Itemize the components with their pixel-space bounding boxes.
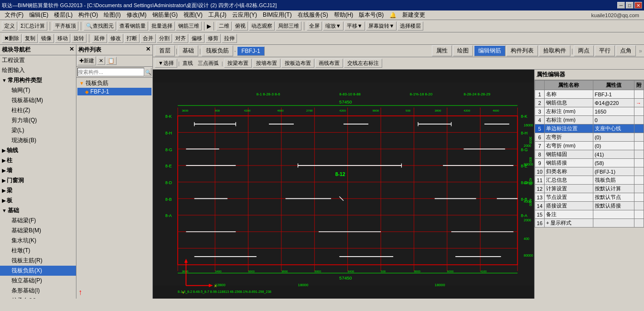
fullscreen-button[interactable]: 全屏 — [307, 21, 322, 31]
nav-beam-sec[interactable]: ▶梁 — [0, 186, 76, 196]
subtab-edit-rebar[interactable]: 编辑钢筋 — [474, 45, 505, 56]
nav-axis[interactable]: ▶轴线 — [0, 145, 76, 156]
calc-sum-button[interactable]: Σ汇总计算 — [18, 21, 47, 31]
split-button[interactable]: 分割 — [157, 34, 172, 43]
move-button[interactable]: 移动 — [55, 34, 70, 43]
mirror-button[interactable]: 镜像 — [39, 34, 54, 43]
menu-component[interactable]: 构件(O) — [75, 11, 101, 19]
close-button[interactable]: ✕ — [634, 2, 642, 9]
cad-canvas-area[interactable]: 57450 3600 800 4200 4600 2700 4200 9900 … — [153, 70, 534, 299]
tab-first-floor[interactable]: 首层 — [155, 45, 175, 56]
copy-button[interactable]: 复制 — [22, 34, 38, 43]
comp-item-fbfj1[interactable]: ◆ FBFJ-1 — [77, 88, 151, 95]
new-component-button[interactable]: ✚新建 — [77, 56, 96, 65]
nav-board-sec[interactable]: ▶板 — [0, 196, 76, 206]
nav-project-settings[interactable]: 工程设置 — [0, 55, 76, 65]
nav-shear-wall[interactable]: 剪力墙(Q) — [0, 115, 76, 125]
component-search-button[interactable]: 🔍 — [144, 68, 151, 76]
2d-button[interactable]: 二维 — [216, 21, 232, 31]
tab-raft-neg[interactable]: 筏板负筋 — [202, 45, 233, 56]
stretch-button[interactable]: 拉伸 — [222, 34, 237, 43]
nav-slab[interactable]: 现浇板(B) — [0, 135, 76, 145]
select-mode-button[interactable]: ▼选择 — [155, 59, 177, 68]
break-button[interactable]: 打断 — [124, 34, 140, 43]
trim-button[interactable]: 修剪 — [205, 34, 221, 43]
trim-mod-button[interactable]: 修改 — [108, 34, 123, 43]
nav-strip-foundation[interactable]: 条形基础(I) — [0, 286, 76, 296]
act-straight-line[interactable]: 直线 — [182, 60, 193, 67]
subtab-comp-list[interactable]: 构件列表 — [506, 45, 538, 56]
nav-axis-net[interactable]: 轴网(T) — [0, 85, 76, 95]
nav-raft-main-rebar[interactable]: 筏板主筋(R) — [0, 256, 76, 266]
menu-new-change-label[interactable]: 新建变更 — [399, 11, 428, 19]
subtab-angle[interactable]: 点角 — [616, 45, 636, 56]
nav-found-beam-b[interactable]: 基础梁B(M) — [0, 226, 76, 236]
nav-beam[interactable]: 梁(L) — [0, 125, 76, 135]
view-rebar-button[interactable]: 查看钢筋量 — [117, 21, 148, 31]
rotate-button[interactable]: 旋转 — [71, 34, 86, 43]
menu-tools[interactable]: 工具(J) — [205, 11, 229, 19]
copy-component-button[interactable]: 📋 — [106, 57, 117, 65]
nav-column-sec[interactable]: ▶柱 — [0, 156, 76, 166]
local-3d-button[interactable]: 局部三维 — [276, 21, 301, 31]
nav-window-sec[interactable]: ▶门窗洞 — [0, 176, 76, 186]
menu-cloud[interactable]: 云应用(Y) — [229, 11, 260, 19]
extend-button[interactable]: 延伸 — [92, 34, 107, 43]
by-beam-button[interactable]: 按梁布置 — [224, 59, 252, 68]
comp-parent-raft-neg[interactable]: ▼ 筏板负筋 — [77, 79, 151, 88]
component-search-input[interactable] — [77, 68, 144, 76]
by-wall-button[interactable]: 按墙布置 — [253, 59, 280, 68]
nav-iso-foundation[interactable]: 独立基础(P) — [0, 276, 76, 286]
merge-button[interactable]: 合并 — [140, 34, 156, 43]
top-view-button[interactable]: 俯视 — [233, 21, 248, 31]
act-arc[interactable]: 三点画弧 — [198, 60, 219, 67]
subtab-property[interactable]: 属性 — [432, 45, 452, 56]
pan-button[interactable]: 平移▼ — [344, 21, 365, 31]
menu-online[interactable]: 在线服务(S) — [295, 11, 331, 19]
zoom-button[interactable]: 缩放▼ — [323, 21, 343, 31]
draw-line-button[interactable]: 画线布置 — [315, 59, 343, 68]
screen-rotate-button[interactable]: 屏幕旋转▼ — [366, 21, 397, 31]
align-button[interactable]: 对齐 — [173, 34, 188, 43]
menu-edit[interactable]: 编辑(E) — [26, 11, 51, 19]
nav-found-beam[interactable]: 基础梁(F) — [0, 216, 76, 226]
nav-wall-sec[interactable]: ▶墙 — [0, 166, 76, 176]
menu-view[interactable]: 视图(V) — [181, 11, 205, 19]
batch-select-button[interactable]: 批量选择 — [149, 21, 175, 31]
menu-bim[interactable]: BIM应用(T) — [260, 11, 295, 19]
menu-rebar-qty[interactable]: 钢筋量(G) — [150, 11, 181, 19]
prop-row-16[interactable]: 16+ 显示样式 — [535, 219, 644, 228]
nav-pile-cap[interactable]: 桩承台(V) — [0, 296, 76, 299]
nav-raft-neg-rebar[interactable]: 筏板负筋(X) — [0, 266, 76, 276]
menu-draw[interactable]: 绘图(I) — [101, 11, 123, 19]
component-list-close[interactable]: ✕ — [146, 46, 150, 54]
nav-raft-foundation[interactable]: 筏板基础(M) — [0, 95, 76, 105]
nav-draw-input[interactable]: 绘图输入 — [0, 65, 76, 75]
tab-fbfj1[interactable]: FBFJ-1 — [237, 46, 264, 56]
nav-common-types[interactable]: ▼常用构件类型 — [0, 75, 76, 85]
menu-version[interactable]: 版本号(B) — [356, 11, 386, 19]
menu-new-change[interactable]: 🔔 — [386, 12, 399, 19]
nav-sump[interactable]: 集水坑(K) — [0, 236, 76, 246]
maximize-button[interactable]: □ — [626, 2, 633, 9]
subtab-parallel[interactable]: 平行 — [595, 45, 615, 56]
rebar-3d-button[interactable]: 钢筋三维 — [176, 21, 202, 31]
dynamic-obs-button[interactable]: 动态观察 — [249, 21, 275, 31]
by-board-edge-button[interactable]: 按板边布置 — [281, 59, 314, 68]
level-top-button[interactable]: 平齐板顶 — [53, 21, 78, 31]
subtab-draw[interactable]: 绘图 — [453, 45, 473, 56]
define-button[interactable]: 定义 — [2, 21, 17, 31]
find-element-button[interactable]: 🔍查找图元 — [84, 21, 116, 31]
nav-foundation-sec[interactable]: ▼基础 — [0, 206, 76, 216]
select-floor-button[interactable]: 选择楼层 — [397, 21, 423, 31]
minimize-button[interactable]: ─ — [617, 2, 625, 9]
cross-line-button[interactable]: 交线左右标注 — [344, 59, 382, 68]
subtab-two-points[interactable]: 两点 — [574, 45, 594, 56]
subtab-pick-comp[interactable]: 拾取构件 — [539, 45, 570, 56]
nav-column[interactable]: 柱柱(Z) — [0, 105, 76, 115]
delete-button[interactable]: ✖删除 — [2, 34, 21, 43]
tab-foundation[interactable]: 基础 — [178, 45, 198, 56]
menu-modify[interactable]: 修改(M) — [124, 11, 150, 19]
nav-col-pier[interactable]: 柱墩(T) — [0, 246, 76, 256]
menu-floor[interactable]: 楼层(L) — [51, 11, 75, 19]
